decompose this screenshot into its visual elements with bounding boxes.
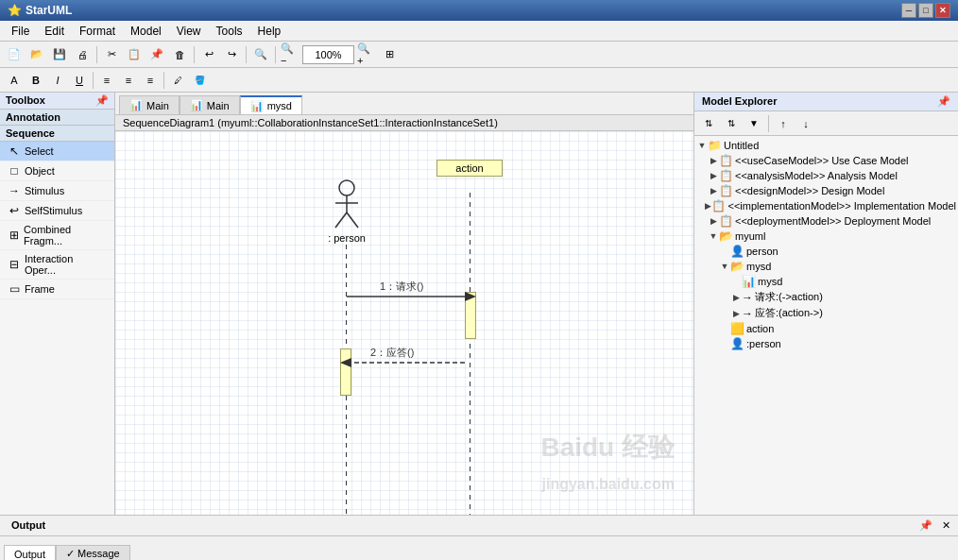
model-explorer-pin[interactable]: 📌 [937,95,950,108]
tree-item-person[interactable]: ▶ 👤 person [696,244,956,259]
output-header: Output [4,518,915,533]
copy-button[interactable]: 📋 [124,44,145,65]
cut-button[interactable]: ✂ [101,44,122,65]
menu-tools[interactable]: Tools [209,23,250,40]
tree-item-untitled[interactable]: ▼ 📁 Untitled [696,138,956,153]
zoom-out-button[interactable]: 🔍− [280,44,300,65]
filter-button[interactable]: ▼ [744,113,764,134]
maximize-button[interactable]: □ [918,3,933,18]
tree-item-deploy[interactable]: ▶ 📋 <<deploymentModel>> Deployment Model [696,213,956,229]
paste-button[interactable]: 📌 [146,44,167,65]
expand-icon[interactable]: ▶ [708,215,719,227]
msg2-label: 2：应答() [370,347,414,358]
tree-label: <<deploymentModel>> Deployment Model [735,215,931,227]
find-button[interactable]: 🔍 [250,44,271,65]
align-left-button[interactable]: ≡ [96,70,117,91]
tree-item-request[interactable]: ▶ → 请求:(->action) [696,289,956,305]
new-button[interactable]: 📄 [4,44,25,65]
close-button[interactable]: ✕ [935,3,950,18]
section-sequence[interactable]: Sequence [0,126,114,142]
folder-icon: 📂 [719,229,733,243]
toolbox-pin[interactable]: 📌 [95,94,109,107]
stimulus-icon: → [8,184,21,197]
output-tabs-bar: Output 📌 ✕ [0,516,958,536]
tree-item-design[interactable]: ▶ 📋 <<designModel>> Design Model [696,183,956,198]
tab-icon: 📊 [250,100,264,112]
tree-label: person [746,246,778,257]
tree-item-mysd-folder[interactable]: ▼ 📂 mysd [696,259,956,274]
font-button[interactable]: A [4,70,25,91]
bold-button[interactable]: B [26,70,46,91]
toolbox-item-object[interactable]: □ Object [0,161,114,181]
expand-icon[interactable]: ▶ [708,170,719,181]
menu-format[interactable]: Format [72,23,123,40]
save-button[interactable]: 💾 [49,44,70,65]
toolbox-item-selfstimulus[interactable]: ↩ SelfStimulus [0,201,114,221]
redo-button[interactable]: ↪ [221,44,242,65]
action-box[interactable]: action [436,160,503,177]
undo-button[interactable]: ↩ [198,44,219,65]
output-tab-output[interactable]: Output [4,545,56,560]
separator4 [275,46,276,63]
toolbox-item-frame[interactable]: ▭ Frame [0,280,114,299]
menu-file[interactable]: File [4,23,37,40]
toolbox-item-stimulus[interactable]: → Stimulus [0,181,114,201]
toolbox-item-interaction-oper[interactable]: ⊟ Interaction Oper... [0,250,114,280]
tab-mysd[interactable]: 📊 mysd [240,95,302,114]
sort-az-button[interactable]: ⇅ [698,113,719,134]
expand-icon[interactable]: ▼ [696,140,708,151]
minimize-button[interactable]: ─ [901,3,916,18]
sort-za-button[interactable]: ⇅ [721,113,742,134]
toolbox-item-select[interactable]: ↖ Select [0,142,114,161]
align-center-button[interactable]: ≡ [118,70,139,91]
model-explorer-toolbar: ⇅ ⇅ ▼ ↑ ↓ [694,111,958,136]
expand-icon[interactable]: ▼ [719,261,730,272]
menu-help[interactable]: Help [250,23,289,40]
open-button[interactable]: 📂 [26,44,47,65]
expand-icon[interactable]: ▶ [704,200,711,212]
zoom-in-button[interactable]: 🔍+ [356,44,377,65]
person-lifeline[interactable]: : person [328,178,366,244]
tree-item-analysis[interactable]: ▶ 📋 <<analysisModel>> Analysis Model [696,168,956,183]
folder-icon: 📁 [708,139,722,152]
fit-button[interactable]: ⊞ [379,44,400,65]
italic-button[interactable]: I [47,70,68,91]
toolbox-item-label: Interaction Oper... [25,253,107,276]
diagram-canvas[interactable]: action : person [115,131,693,515]
tree-item-person2[interactable]: ▶ 👤 :person [696,336,956,351]
tree-item-mysd-diagram[interactable]: ▶ 📊 mysd [696,274,956,289]
menu-model[interactable]: Model [123,23,169,40]
sep5 [93,72,94,89]
output-tab-message[interactable]: ✓ Message [56,545,130,560]
app-title: StarUML [26,4,72,17]
expand-icon[interactable]: ▼ [708,230,719,242]
zoom-input[interactable] [302,45,354,64]
tab-main-1[interactable]: 📊 Main [119,95,180,114]
navigate-down-button[interactable]: ↓ [795,113,816,134]
tree-item-myuml[interactable]: ▼ 📂 myuml [696,229,956,244]
navigate-up-button[interactable]: ↑ [773,113,794,134]
expand-icon[interactable]: ▶ [730,308,742,319]
output-pin[interactable]: 📌 [915,519,936,532]
tab-main-2[interactable]: 📊 Main [180,95,240,114]
menu-view[interactable]: View [169,23,209,40]
fill-color-button[interactable]: 🪣 [189,70,210,91]
delete-button[interactable]: 🗑 [169,44,190,65]
tree-item-impl[interactable]: ▶ 📋 <<implementationModel>> Implementati… [696,198,956,213]
expand-icon[interactable]: ▶ [730,292,742,303]
line-color-button[interactable]: 🖊 [167,70,188,91]
expand-icon[interactable]: ▶ [708,185,719,196]
output-close[interactable]: ✕ [938,519,954,532]
print-button[interactable]: 🖨 [72,44,93,65]
tree-item-usecase[interactable]: ▶ 📋 <<useCaseModel>> Use Case Model [696,153,956,168]
expand-icon[interactable]: ▶ [708,155,719,166]
align-right-button[interactable]: ≡ [140,70,161,91]
underline-button[interactable]: U [69,70,90,91]
tree-item-response[interactable]: ▶ → 应答:(action->) [696,305,956,321]
tree-label: <<analysisModel>> Analysis Model [735,170,898,181]
toolbox-item-combined-frag[interactable]: ⊞ Combined Fragm... [0,221,114,250]
menu-edit[interactable]: Edit [37,23,72,40]
separator3 [246,46,247,63]
section-annotation[interactable]: Annotation [0,110,114,126]
tree-item-action[interactable]: ▶ 🟨 action [696,321,956,336]
